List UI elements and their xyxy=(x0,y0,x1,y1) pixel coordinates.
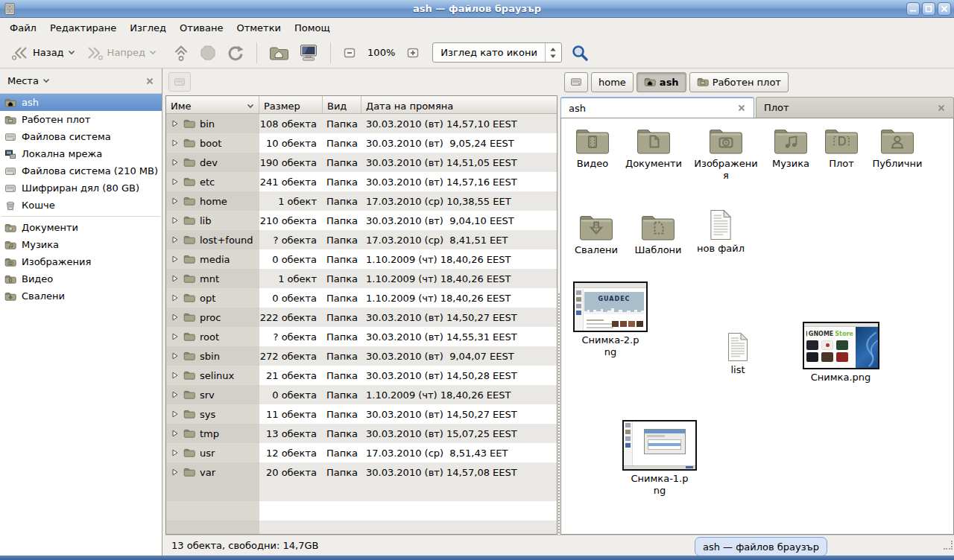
menu-file[interactable]: Файл xyxy=(3,19,43,36)
folder-item-music[interactable]: Музика xyxy=(761,126,821,170)
file-item-snimka[interactable]: GNOME Store xyxy=(801,322,880,384)
table-row[interactable]: media 0 обекта Папка 1.10.2009 (чт) 18,4… xyxy=(166,249,557,269)
sidebar-item-music[interactable]: Музика xyxy=(0,236,162,253)
expander-icon[interactable] xyxy=(171,255,179,263)
titlebar[interactable]: ash — файлов браузър xyxy=(0,0,954,18)
breadcrumb-home[interactable]: home xyxy=(591,72,634,92)
breadcrumb-desktop[interactable]: Работен плот xyxy=(689,72,789,92)
expander-icon[interactable] xyxy=(171,178,179,185)
menu-help[interactable]: Помощ xyxy=(288,19,337,36)
expander-icon[interactable] xyxy=(171,139,179,147)
folder-item-desktop[interactable]: Плот xyxy=(818,126,865,170)
column-header-name[interactable]: Име xyxy=(166,96,259,113)
expander-icon[interactable] xyxy=(171,217,179,224)
sidebar-item-downloads[interactable]: Свалени xyxy=(0,287,162,305)
breadcrumb-root[interactable] xyxy=(564,72,588,92)
expander-icon[interactable] xyxy=(171,294,179,302)
sidebar-item-desktop[interactable]: Работен плот xyxy=(0,111,162,128)
column-header-size[interactable]: Размер xyxy=(259,96,323,113)
up-button[interactable] xyxy=(168,40,195,66)
expander-icon[interactable] xyxy=(171,430,179,437)
search-button[interactable] xyxy=(571,44,589,62)
sidebar-item-video[interactable]: Видео xyxy=(0,270,162,287)
expander-icon[interactable] xyxy=(171,120,179,127)
sidebar-item-network[interactable]: Локална мрежа xyxy=(0,145,162,162)
forward-button[interactable]: Напред xyxy=(80,41,162,65)
computer-button[interactable] xyxy=(294,40,323,66)
expander-icon[interactable] xyxy=(171,449,179,456)
table-row[interactable]: home 1 обект Папка 17.03.2010 (ср) 10,38… xyxy=(166,191,557,211)
table-row[interactable]: bin 108 обекта Папка 30.03.2010 (вт) 14,… xyxy=(166,114,557,133)
zoom-out-button[interactable] xyxy=(338,43,361,63)
table-row[interactable]: etc 241 обекта Папка 30.03.2010 (вт) 14,… xyxy=(166,172,557,191)
table-row[interactable]: sbin 272 обекта Папка 30.03.2010 (вт) 9,… xyxy=(166,346,557,366)
table-row[interactable]: sys 11 обекта Папка 30.03.2010 (вт) 14,5… xyxy=(166,404,557,424)
table-row[interactable]: usr 12 обекта Папка 17.03.2010 (ср) 8,51… xyxy=(166,443,557,462)
zoom-in-button[interactable] xyxy=(401,43,425,63)
expander-icon[interactable] xyxy=(171,468,179,476)
sidebar-item-home[interactable]: ash xyxy=(0,94,162,111)
close-button[interactable] xyxy=(938,2,951,16)
expander-icon[interactable] xyxy=(171,333,179,340)
sidebar-item-filesystem[interactable]: Файлова система xyxy=(0,128,162,145)
file-item-list[interactable]: list xyxy=(707,332,768,376)
expander-icon[interactable] xyxy=(171,159,179,166)
table-row[interactable]: root ? обекта Папка 30.03.2010 (вт) 14,5… xyxy=(166,327,557,346)
forward-dropdown-icon[interactable] xyxy=(149,50,157,55)
column-header-type[interactable]: Вид xyxy=(323,96,361,113)
resize-grip[interactable] xyxy=(944,541,953,550)
expander-icon[interactable] xyxy=(171,352,179,360)
sidebar-close-icon[interactable] xyxy=(145,77,154,86)
expander-icon[interactable] xyxy=(171,275,179,282)
menu-bookmarks[interactable]: Отметки xyxy=(230,19,287,36)
home-button[interactable] xyxy=(264,41,294,65)
file-item-new-file[interactable]: нов файл xyxy=(689,209,752,255)
table-row[interactable]: boot 10 обекта Папка 30.03.2010 (вт) 9,0… xyxy=(166,133,557,153)
file-item-snimka-2[interactable]: GUADEC xyxy=(572,281,648,358)
sidebar-item-trash[interactable]: Кошче xyxy=(0,197,162,214)
maximize-button[interactable] xyxy=(922,2,935,16)
stop-button[interactable] xyxy=(195,41,221,65)
expander-icon[interactable] xyxy=(171,314,179,321)
tab-ash[interactable]: ash xyxy=(560,97,754,118)
table-row[interactable]: selinux 21 обекта Папка 30.03.2010 (вт) … xyxy=(166,366,557,385)
folder-item-pictures[interactable]: Изображения xyxy=(692,126,759,182)
menu-edit[interactable]: Редактиране xyxy=(43,19,123,36)
folder-item-downloads[interactable]: Свалени xyxy=(566,212,627,256)
table-row[interactable]: mnt 1 обект Папка 1.10.2009 (чт) 18,40,2… xyxy=(166,269,557,288)
tab-close-icon[interactable] xyxy=(937,104,946,112)
view-mode-spinner[interactable] xyxy=(545,43,561,62)
icon-view[interactable]: Видео Документи Изображения Музика Плот xyxy=(560,118,954,535)
view-mode-select[interactable]: Изглед като икони xyxy=(432,42,562,63)
expander-icon[interactable] xyxy=(171,410,179,418)
folder-item-public[interactable]: Публични xyxy=(865,126,929,170)
menu-view[interactable]: Изглед xyxy=(123,19,173,36)
table-row[interactable]: lib 210 обекта Папка 30.03.2010 (вт) 9,0… xyxy=(166,211,557,230)
expander-icon[interactable] xyxy=(171,391,179,398)
tab-close-icon[interactable] xyxy=(737,104,746,112)
back-dropdown-icon[interactable] xyxy=(68,50,75,55)
back-button[interactable]: Назад xyxy=(6,41,80,65)
folder-item-documents[interactable]: Документи xyxy=(621,126,686,170)
table-row[interactable]: var 20 обекта Папка 30.03.2010 (вт) 14,5… xyxy=(166,462,557,482)
folder-item-video[interactable]: Видео xyxy=(563,126,622,170)
table-row[interactable]: proc 222 обекта Папка 30.03.2010 (вт) 14… xyxy=(166,308,557,327)
table-row[interactable]: opt 0 обекта Папка 1.10.2009 (чт) 18,40,… xyxy=(166,288,557,308)
taskbar-window-button[interactable]: ash — файлов браузър xyxy=(695,537,827,556)
expander-icon[interactable] xyxy=(171,197,179,205)
expander-icon[interactable] xyxy=(171,236,179,244)
minimize-button[interactable] xyxy=(906,2,920,16)
sidebar-item-pictures[interactable]: Изображения xyxy=(0,253,162,270)
tab-desktop[interactable]: Плот xyxy=(756,97,954,118)
table-row[interactable]: lost+found ? обекта Папка 17.03.2010 (ср… xyxy=(166,230,557,249)
table-row[interactable]: tmp 13 обекта Папка 30.03.2010 (вт) 15,0… xyxy=(166,424,557,443)
sidebar-item-volume-210mb[interactable]: Файлова система (210 MB) xyxy=(0,162,162,179)
reload-button[interactable] xyxy=(221,40,250,66)
folder-item-templates[interactable]: Шаблони xyxy=(627,212,689,256)
expander-icon[interactable] xyxy=(171,372,179,379)
sidebar-item-encrypted-80gb[interactable]: Шифриран дял (80 GB) xyxy=(0,179,162,197)
places-selector[interactable]: Места xyxy=(7,75,145,86)
table-row[interactable]: dev 190 обекта Папка 30.03.2010 (вт) 14,… xyxy=(166,153,557,172)
file-item-snimka-1[interactable]: Снимка-1.png xyxy=(622,420,698,497)
table-row[interactable]: srv 0 обекта Папка 1.10.2009 (чт) 18,40,… xyxy=(166,385,557,404)
